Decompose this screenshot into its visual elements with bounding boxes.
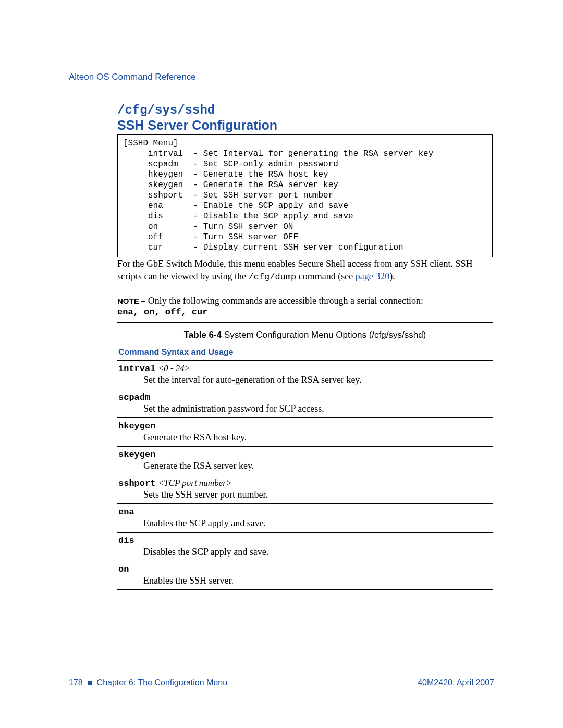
title-main: SSH Server Configuration xyxy=(117,118,493,133)
table-row: dis Disables the SCP apply and save. xyxy=(117,533,493,561)
footer-chapter: Chapter 6: The Configuration Menu xyxy=(97,678,228,687)
command-table-header: Command Syntax and Usage xyxy=(117,344,493,361)
note-commands: ena, on, off, cur xyxy=(117,307,493,317)
cmd-desc: Enables the SSH server. xyxy=(143,575,493,586)
cmd-syntax: ena xyxy=(118,507,134,517)
title-block: /cfg/sys/sshd SSH Server Configuration xyxy=(117,103,493,132)
cmd-syntax: hkeygen xyxy=(118,421,155,431)
cmd-syntax: scpadm xyxy=(118,392,150,402)
intro-paragraph: For the GbE Switch Module, this menu ena… xyxy=(117,257,493,283)
table-row: intrval <0 - 24> Set the interval for au… xyxy=(117,361,493,389)
footer-left: 178 Chapter 6: The Configuration Menu xyxy=(69,678,227,687)
table-row: on Enables the SSH server. xyxy=(117,561,493,590)
cmd-desc: Disables the SCP apply and save. xyxy=(143,547,493,558)
footer-right: 40M2420, April 2007 xyxy=(418,678,494,687)
cmd-desc: Set the administration password for SCP … xyxy=(143,403,493,414)
cmd-syntax: intrval xyxy=(118,364,155,374)
note-rule-bottom xyxy=(117,322,493,323)
cmd-desc: Generate the RSA server key. xyxy=(143,461,493,472)
cmd-syntax: dis xyxy=(118,536,134,546)
page: Alteon OS Command Reference /cfg/sys/ssh… xyxy=(0,0,563,728)
table-row: hkeygen Generate the RSA host key. xyxy=(117,418,493,447)
title-path: /cfg/sys/sshd xyxy=(117,103,493,118)
table-row: ena Enables the SCP apply and save. xyxy=(117,504,493,533)
para-mono: /cfg/dump xyxy=(248,272,296,282)
table-caption-bold: Table 6-4 xyxy=(184,330,222,340)
table-caption: Table 6-4 System Configuration Menu Opti… xyxy=(117,330,493,340)
cmd-arg: <0 - 24> xyxy=(155,363,190,373)
note-body: Only the following commands are accessib… xyxy=(145,295,423,306)
para-mid: command (see xyxy=(296,271,355,281)
footer-page-number: 178 xyxy=(69,678,83,687)
cmd-desc: Enables the SCP apply and save. xyxy=(143,518,493,529)
cmd-syntax: skeygen xyxy=(118,450,155,460)
note-rule-top xyxy=(117,290,493,290)
cmd-arg: <TCP port number> xyxy=(155,478,232,488)
cmd-desc: Set the interval for auto-generation of … xyxy=(143,375,493,386)
cmd-desc: Sets the SSH server port number. xyxy=(143,489,493,500)
note-label: NOTE – xyxy=(117,297,145,305)
cmd-syntax: sshport xyxy=(118,478,155,488)
note-text: NOTE – Only the following commands are a… xyxy=(117,294,493,307)
table-row: skeygen Generate the RSA server key. xyxy=(117,447,493,475)
table-caption-rest: System Configuration Menu Options (/cfg/… xyxy=(222,330,426,340)
footer-square-icon xyxy=(88,681,92,685)
page-link-320[interactable]: page 320 xyxy=(356,271,389,281)
sshd-menu-codebox: [SSHD Menu] intrval - Set Interval for g… xyxy=(117,134,493,257)
cmd-desc: Generate the RSA host key. xyxy=(143,432,493,443)
note-block: NOTE – Only the following commands are a… xyxy=(117,290,493,323)
cmd-syntax: on xyxy=(118,564,129,574)
para-post: ). xyxy=(389,271,395,281)
running-header: Alteon OS Command Reference xyxy=(69,72,196,82)
command-table: Command Syntax and Usage intrval <0 - 24… xyxy=(117,344,493,590)
table-row: sshport <TCP port number> Sets the SSH s… xyxy=(117,475,493,504)
table-row: scpadm Set the administration password f… xyxy=(117,389,493,418)
